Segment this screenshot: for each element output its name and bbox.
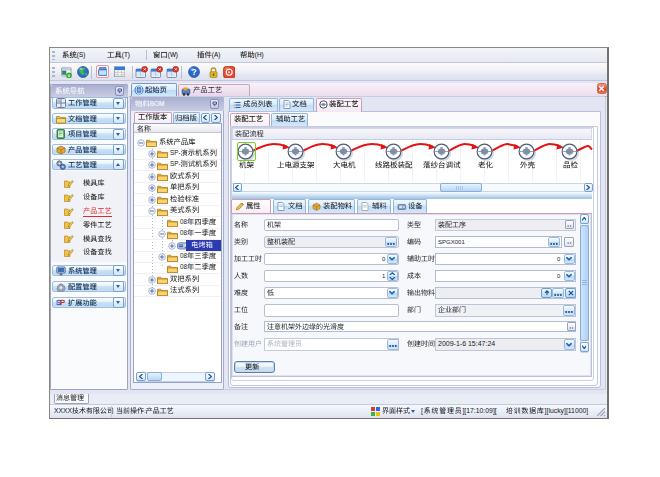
svg-text::: :	[144, 408, 146, 414]
svg-text:XXXX: XXXX	[54, 407, 72, 414]
svg-text:SPGX001: SPGX001	[438, 239, 465, 245]
svg-text:08: 08	[180, 229, 187, 236]
svg-text:1: 1	[382, 273, 385, 279]
svg-text:08: 08	[180, 264, 187, 271]
svg-text:][lucky][11000]: ][lucky][11000]	[545, 407, 589, 415]
svg-text:[: [	[421, 407, 423, 415]
svg-text:SP-: SP-	[170, 149, 180, 156]
svg-text:(W): (W)	[168, 52, 178, 60]
svg-text:08: 08	[180, 218, 187, 225]
svg-text:SP-: SP-	[170, 161, 180, 168]
svg-text:P: P	[60, 298, 65, 307]
svg-text:(T): (T)	[122, 52, 130, 60]
svg-text:(A): (A)	[212, 52, 220, 60]
svg-text:BOM: BOM	[150, 101, 164, 108]
svg-text:(H): (H)	[255, 52, 264, 60]
svg-text:2009-1-6 15:47:24: 2009-1-6 15:47:24	[438, 340, 495, 347]
svg-text:(S): (S)	[77, 52, 85, 60]
svg-text:][17:10:09][: ][17:10:09][	[462, 407, 496, 415]
svg-text:08: 08	[180, 252, 187, 259]
svg-text:?: ?	[191, 67, 196, 77]
